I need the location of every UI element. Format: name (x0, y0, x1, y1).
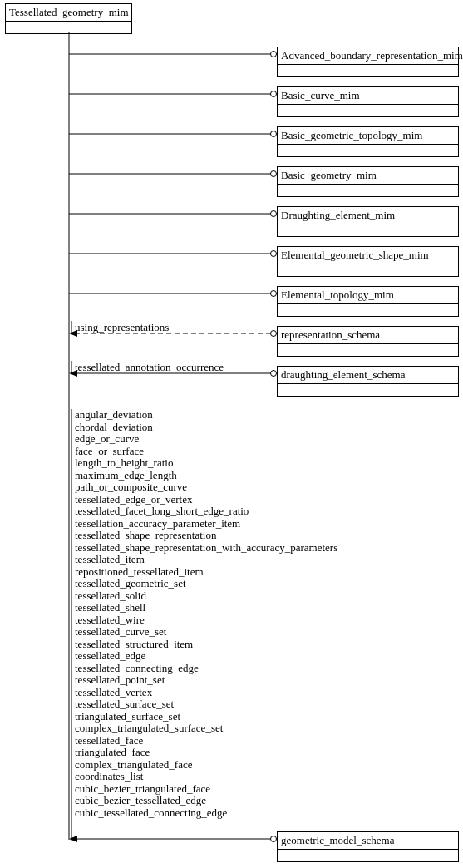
term-item: face_or_surface (75, 446, 337, 458)
term-item: tessellated_surface_set (75, 698, 337, 711)
term-item: tessellated_structured_item (75, 639, 337, 651)
root-schema-body (6, 21, 131, 33)
term-item: tessellated_connecting_edge (75, 663, 337, 675)
term-item: complex_triangulated_face (75, 759, 337, 772)
term-item: tessellated_vertex (75, 687, 337, 699)
target-label-0: Advanced_boundary_representation_mim (278, 47, 458, 64)
target-box-3: Basic_geometry_mim (277, 166, 459, 197)
term-item: tessellated_item (75, 554, 337, 566)
term-item: cubic_bezier_triangulated_face (75, 783, 337, 796)
term-item: coordinates_list (75, 771, 337, 783)
target-box-2: Basic_geometric_topology_mim (277, 126, 459, 157)
svg-point-17 (271, 331, 277, 337)
target-label-4: Draughting_element_mim (278, 207, 458, 224)
term-item: maximum_edge_length (75, 470, 337, 482)
term-item: tessellated_shape_representation_with_ac… (75, 542, 337, 555)
term-item: tessellated_face (75, 735, 337, 747)
target-label-8: draughting_element_schema (278, 367, 458, 383)
svg-point-21 (271, 371, 277, 377)
target-label-6: Elemental_topology_mim (278, 287, 458, 303)
term-item: tessellated_geometric_set (75, 578, 337, 590)
root-schema-label: Tessellated_geometry_mim (6, 4, 131, 21)
term-item: angular_deviation (75, 409, 337, 422)
target-box-9: geometric_model_schema (277, 831, 459, 862)
target-label-3: Basic_geometry_mim (278, 167, 458, 184)
term-item: triangulated_face (75, 747, 337, 759)
term-item: tessellated_point_set (75, 674, 337, 687)
svg-point-12 (271, 251, 277, 257)
term-item: tessellation_accuracy_parameter_item (75, 518, 337, 530)
term-item: cubic_tessellated_connecting_edge (75, 807, 337, 820)
target-label-2: Basic_geometric_topology_mim (278, 127, 458, 144)
term-item: tessellated_wire (75, 614, 337, 627)
term-item: tessellated_solid (75, 590, 337, 603)
term-item: tessellated_curve_set (75, 626, 337, 639)
term-item: edge_or_curve (75, 433, 337, 446)
term-list: angular_deviationchordal_deviationedge_o… (75, 409, 337, 819)
term-item: complex_triangulated_surface_set (75, 723, 337, 735)
target-box-8: draughting_element_schema (277, 366, 459, 397)
target-box-5: Elemental_geometric_shape_mim (277, 246, 459, 277)
svg-point-8 (271, 171, 277, 177)
term-item: tessellated_shell (75, 602, 337, 614)
term-item: length_to_height_ratio (75, 457, 337, 470)
term-item: tessellated_shape_representation (75, 530, 337, 542)
conn-label-7: using_representations (75, 321, 169, 334)
target-box-1: Basic_curve_mim (277, 86, 459, 117)
svg-point-4 (271, 91, 277, 97)
target-box-6: Elemental_topology_mim (277, 286, 459, 317)
term-item: cubic_bezier_tessellated_edge (75, 795, 337, 807)
target-label-1: Basic_curve_mim (278, 87, 458, 104)
target-label-9: geometric_model_schema (278, 832, 458, 849)
term-item: tessellated_facet_long_short_edge_ratio (75, 506, 337, 518)
target-label-7: representation_schema (278, 327, 458, 343)
svg-point-25 (271, 836, 277, 842)
root-schema-box: Tessellated_geometry_mim (5, 3, 132, 34)
target-box-7: representation_schema (277, 326, 459, 357)
target-box-0: Advanced_boundary_representation_mim (277, 47, 459, 77)
svg-point-14 (271, 291, 277, 297)
term-item: tessellated_edge (75, 650, 337, 663)
svg-point-2 (271, 52, 277, 57)
svg-point-10 (271, 211, 277, 217)
svg-point-6 (271, 131, 277, 137)
conn-label-8: tessellated_annotation_occurrence (75, 361, 224, 374)
term-item: chordal_deviation (75, 422, 337, 434)
target-label-5: Elemental_geometric_shape_mim (278, 247, 458, 264)
term-item: repositioned_tessellated_item (75, 566, 337, 579)
term-item: triangulated_surface_set (75, 711, 337, 723)
svg-marker-24 (69, 836, 77, 842)
term-item: path_or_composite_curve (75, 481, 337, 494)
target-box-4: Draughting_element_mim (277, 206, 459, 237)
term-item: tessellated_edge_or_vertex (75, 494, 337, 506)
